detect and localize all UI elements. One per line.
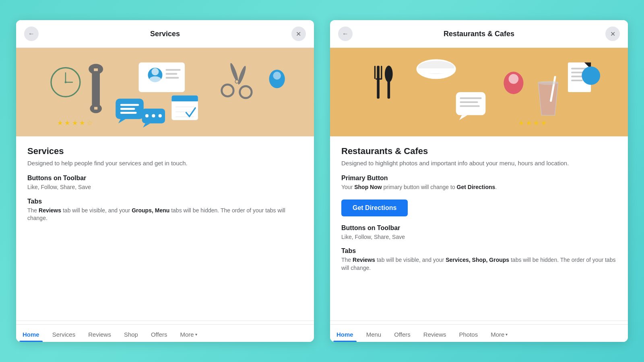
tab2-more[interactable]: More ▾ (484, 326, 514, 342)
chevron-down-icon: ▾ (195, 332, 197, 337)
svg-point-48 (385, 66, 393, 82)
card2-body: Restaurants & Cafes Designed to highligh… (330, 136, 628, 321)
svg-point-29 (273, 72, 281, 80)
card1-title: Services (150, 30, 180, 38)
tab-home[interactable]: Home (16, 326, 46, 342)
card2-hero: ★ ★ ★ ★ (330, 48, 628, 136)
card1-body: Services Designed to help people find yo… (16, 136, 314, 321)
svg-rect-46 (376, 78, 382, 80)
svg-point-38 (152, 114, 155, 117)
card1-close-button[interactable]: ✕ (291, 27, 306, 41)
close-icon: ✕ (610, 30, 615, 38)
card1-main-desc: Designed to help people find your servic… (27, 159, 303, 167)
svg-rect-14 (166, 69, 181, 71)
card2-title: Restaurants & Cafes (444, 30, 514, 38)
svg-marker-61 (538, 82, 558, 115)
card1-tab-bar: Home Services Reviews Shop Offers More ▾ (16, 321, 314, 342)
card2-main-desc: Designed to highlight photos and importa… (341, 159, 617, 167)
svg-rect-54 (460, 101, 478, 103)
card2-buttons-title: Buttons on Toolbar (341, 224, 617, 232)
svg-point-63 (538, 81, 558, 85)
tab-offers[interactable]: Offers (144, 326, 174, 342)
svg-text:★ ★ ★ ★ ☆: ★ ★ ★ ★ ☆ (57, 119, 93, 126)
tab2-offers[interactable]: Offers (388, 326, 417, 342)
svg-rect-43 (377, 66, 380, 99)
svg-rect-45 (381, 66, 382, 79)
card2-tabs-desc: The Reviews tab will be visible, and you… (341, 256, 617, 272)
tab2-home[interactable]: Home (330, 326, 360, 342)
back-icon: ← (342, 30, 349, 37)
card2-header: ← Restaurants & Cafes ✕ (330, 20, 628, 48)
tab-shop[interactable]: Shop (118, 326, 144, 342)
card1-main-title: Services (27, 146, 303, 156)
card2-tabs-title: Tabs (341, 247, 617, 255)
tab-reviews[interactable]: Reviews (82, 326, 118, 342)
svg-rect-51 (418, 68, 454, 73)
card1-hero: ★ ★ ★ ★ ☆ (16, 48, 314, 136)
card1-back-button[interactable]: ← (24, 27, 39, 41)
tab2-more-label: More (491, 331, 504, 338)
card1-buttons-desc: Like, Follow, Share, Save (27, 183, 303, 191)
svg-rect-68 (571, 80, 583, 81)
svg-rect-15 (166, 73, 178, 75)
services-card: ← Services ✕ (16, 20, 314, 342)
tab2-menu[interactable]: Menu (360, 326, 388, 342)
svg-point-70 (582, 66, 600, 85)
svg-point-12 (151, 68, 159, 75)
svg-point-37 (145, 114, 149, 117)
svg-point-27 (235, 80, 238, 83)
tab-more[interactable]: More ▾ (174, 326, 204, 342)
card2-back-button[interactable]: ← (338, 27, 353, 41)
card1-tabs-title: Tabs (27, 198, 303, 205)
chevron-down-icon: ▾ (506, 332, 508, 337)
card2-close-button[interactable]: ✕ (605, 27, 620, 41)
card2-main-title: Restaurants & Cafes (341, 146, 617, 156)
svg-point-39 (159, 114, 162, 117)
get-directions-button[interactable]: Get Directions (341, 200, 408, 216)
svg-rect-8 (94, 68, 98, 71)
card2-primary-btn-title: Primary Button (341, 175, 617, 182)
svg-rect-44 (374, 66, 376, 79)
tab-services[interactable]: Services (46, 326, 82, 342)
close-icon: ✕ (296, 30, 301, 38)
card2-tabs-container: Home Menu Offers Reviews Photos More ▾ (330, 324, 628, 342)
svg-point-58 (509, 74, 519, 84)
tab-more-label: More (180, 331, 194, 338)
tab2-photos[interactable]: Photos (452, 326, 484, 342)
svg-rect-55 (460, 105, 480, 107)
card2-buttons-desc: Like, Follow, Share, Save (341, 233, 617, 241)
svg-rect-52 (456, 92, 486, 115)
card1-header: ← Services ✕ (16, 20, 314, 48)
svg-text:★ ★ ★ ★: ★ ★ ★ ★ (518, 119, 547, 126)
svg-point-13 (149, 76, 161, 83)
card1-buttons-title: Buttons on Toolbar (27, 175, 303, 182)
back-icon: ← (28, 30, 35, 37)
svg-rect-53 (460, 97, 482, 99)
svg-rect-34 (120, 112, 137, 114)
svg-rect-9 (94, 107, 97, 110)
svg-rect-32 (120, 104, 139, 106)
svg-rect-16 (166, 77, 179, 78)
svg-rect-19 (171, 99, 198, 101)
tab2-reviews[interactable]: Reviews (417, 326, 453, 342)
card1-tabs-desc: The Reviews tab will be visible, and you… (27, 207, 303, 222)
restaurants-card: ← Restaurants & Cafes ✕ (330, 20, 628, 342)
card2-primary-btn-desc: Your Shop Now primary button will change… (341, 183, 617, 191)
card2-tab-bar: Home Menu Offers Reviews Photos More ▾ (330, 321, 628, 342)
card1-tabs-container: Home Services Reviews Shop Offers More ▾ (16, 324, 314, 342)
svg-rect-33 (120, 108, 135, 110)
